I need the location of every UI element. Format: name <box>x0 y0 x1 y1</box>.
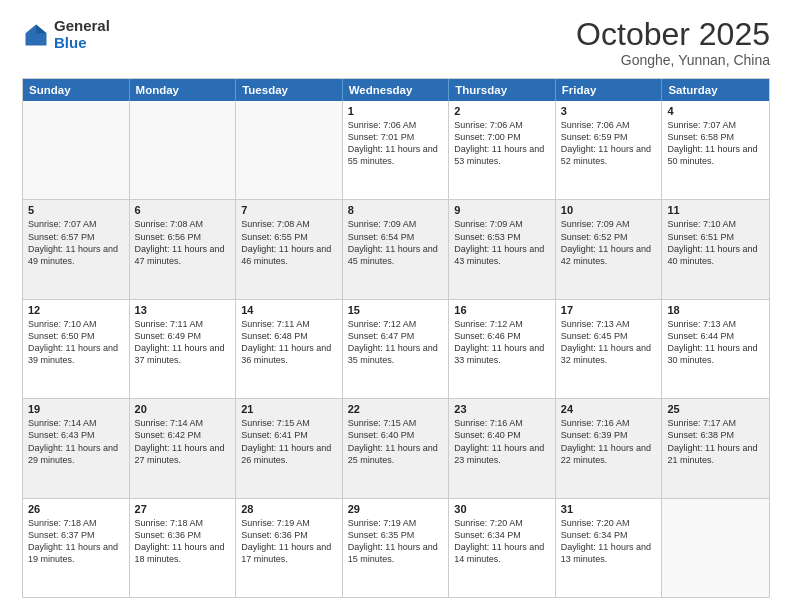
day-cell-24: 24Sunrise: 7:16 AM Sunset: 6:39 PM Dayli… <box>556 399 663 497</box>
day-number: 19 <box>28 403 124 415</box>
logo-text: General Blue <box>54 18 110 51</box>
day-number: 21 <box>241 403 337 415</box>
header: General Blue October 2025 Gonghe, Yunnan… <box>22 18 770 68</box>
day-info: Sunrise: 7:07 AM Sunset: 6:58 PM Dayligh… <box>667 119 764 168</box>
day-number: 13 <box>135 304 231 316</box>
day-info: Sunrise: 7:06 AM Sunset: 6:59 PM Dayligh… <box>561 119 657 168</box>
header-day-friday: Friday <box>556 79 663 101</box>
day-number: 24 <box>561 403 657 415</box>
day-number: 17 <box>561 304 657 316</box>
svg-marker-1 <box>36 24 47 33</box>
calendar-row-4: 26Sunrise: 7:18 AM Sunset: 6:37 PM Dayli… <box>23 498 769 597</box>
day-cell-26: 26Sunrise: 7:18 AM Sunset: 6:37 PM Dayli… <box>23 499 130 597</box>
day-info: Sunrise: 7:11 AM Sunset: 6:49 PM Dayligh… <box>135 318 231 367</box>
day-cell-1: 1Sunrise: 7:06 AM Sunset: 7:01 PM Daylig… <box>343 101 450 199</box>
day-number: 14 <box>241 304 337 316</box>
day-cell-27: 27Sunrise: 7:18 AM Sunset: 6:36 PM Dayli… <box>130 499 237 597</box>
day-cell-21: 21Sunrise: 7:15 AM Sunset: 6:41 PM Dayli… <box>236 399 343 497</box>
day-number: 8 <box>348 204 444 216</box>
calendar-body: 1Sunrise: 7:06 AM Sunset: 7:01 PM Daylig… <box>23 101 769 597</box>
day-number: 28 <box>241 503 337 515</box>
location: Gonghe, Yunnan, China <box>576 52 770 68</box>
day-cell-7: 7Sunrise: 7:08 AM Sunset: 6:55 PM Daylig… <box>236 200 343 298</box>
day-info: Sunrise: 7:18 AM Sunset: 6:36 PM Dayligh… <box>135 517 231 566</box>
day-number: 15 <box>348 304 444 316</box>
day-info: Sunrise: 7:16 AM Sunset: 6:40 PM Dayligh… <box>454 417 550 466</box>
day-cell-29: 29Sunrise: 7:19 AM Sunset: 6:35 PM Dayli… <box>343 499 450 597</box>
day-info: Sunrise: 7:08 AM Sunset: 6:55 PM Dayligh… <box>241 218 337 267</box>
day-cell-9: 9Sunrise: 7:09 AM Sunset: 6:53 PM Daylig… <box>449 200 556 298</box>
day-number: 20 <box>135 403 231 415</box>
day-number: 3 <box>561 105 657 117</box>
day-cell-23: 23Sunrise: 7:16 AM Sunset: 6:40 PM Dayli… <box>449 399 556 497</box>
day-info: Sunrise: 7:08 AM Sunset: 6:56 PM Dayligh… <box>135 218 231 267</box>
day-cell-31: 31Sunrise: 7:20 AM Sunset: 6:34 PM Dayli… <box>556 499 663 597</box>
logo: General Blue <box>22 18 110 51</box>
day-number: 10 <box>561 204 657 216</box>
calendar-header: SundayMondayTuesdayWednesdayThursdayFrid… <box>23 79 769 101</box>
day-number: 23 <box>454 403 550 415</box>
day-cell-17: 17Sunrise: 7:13 AM Sunset: 6:45 PM Dayli… <box>556 300 663 398</box>
day-number: 30 <box>454 503 550 515</box>
day-number: 26 <box>28 503 124 515</box>
day-cell-28: 28Sunrise: 7:19 AM Sunset: 6:36 PM Dayli… <box>236 499 343 597</box>
header-day-tuesday: Tuesday <box>236 79 343 101</box>
day-info: Sunrise: 7:11 AM Sunset: 6:48 PM Dayligh… <box>241 318 337 367</box>
day-cell-2: 2Sunrise: 7:06 AM Sunset: 7:00 PM Daylig… <box>449 101 556 199</box>
day-cell-5: 5Sunrise: 7:07 AM Sunset: 6:57 PM Daylig… <box>23 200 130 298</box>
day-cell-22: 22Sunrise: 7:15 AM Sunset: 6:40 PM Dayli… <box>343 399 450 497</box>
header-day-saturday: Saturday <box>662 79 769 101</box>
day-number: 12 <box>28 304 124 316</box>
day-number: 4 <box>667 105 764 117</box>
day-info: Sunrise: 7:19 AM Sunset: 6:35 PM Dayligh… <box>348 517 444 566</box>
header-right: October 2025 Gonghe, Yunnan, China <box>576 18 770 68</box>
calendar-row-1: 5Sunrise: 7:07 AM Sunset: 6:57 PM Daylig… <box>23 199 769 298</box>
day-info: Sunrise: 7:12 AM Sunset: 6:46 PM Dayligh… <box>454 318 550 367</box>
month-title: October 2025 <box>576 18 770 50</box>
day-number: 7 <box>241 204 337 216</box>
day-info: Sunrise: 7:17 AM Sunset: 6:38 PM Dayligh… <box>667 417 764 466</box>
day-number: 27 <box>135 503 231 515</box>
day-info: Sunrise: 7:15 AM Sunset: 6:41 PM Dayligh… <box>241 417 337 466</box>
day-cell-18: 18Sunrise: 7:13 AM Sunset: 6:44 PM Dayli… <box>662 300 769 398</box>
logo-blue-text: Blue <box>54 35 110 52</box>
calendar: SundayMondayTuesdayWednesdayThursdayFrid… <box>22 78 770 598</box>
header-day-thursday: Thursday <box>449 79 556 101</box>
header-day-monday: Monday <box>130 79 237 101</box>
day-cell-3: 3Sunrise: 7:06 AM Sunset: 6:59 PM Daylig… <box>556 101 663 199</box>
day-number: 6 <box>135 204 231 216</box>
empty-cell-0-0 <box>23 101 130 199</box>
day-number: 11 <box>667 204 764 216</box>
day-info: Sunrise: 7:20 AM Sunset: 6:34 PM Dayligh… <box>454 517 550 566</box>
day-number: 9 <box>454 204 550 216</box>
day-info: Sunrise: 7:19 AM Sunset: 6:36 PM Dayligh… <box>241 517 337 566</box>
day-info: Sunrise: 7:20 AM Sunset: 6:34 PM Dayligh… <box>561 517 657 566</box>
day-cell-6: 6Sunrise: 7:08 AM Sunset: 6:56 PM Daylig… <box>130 200 237 298</box>
day-cell-13: 13Sunrise: 7:11 AM Sunset: 6:49 PM Dayli… <box>130 300 237 398</box>
day-cell-11: 11Sunrise: 7:10 AM Sunset: 6:51 PM Dayli… <box>662 200 769 298</box>
header-day-wednesday: Wednesday <box>343 79 450 101</box>
day-number: 29 <box>348 503 444 515</box>
empty-cell-0-1 <box>130 101 237 199</box>
day-info: Sunrise: 7:15 AM Sunset: 6:40 PM Dayligh… <box>348 417 444 466</box>
page: General Blue October 2025 Gonghe, Yunnan… <box>0 0 792 612</box>
day-number: 22 <box>348 403 444 415</box>
day-info: Sunrise: 7:06 AM Sunset: 7:01 PM Dayligh… <box>348 119 444 168</box>
day-number: 25 <box>667 403 764 415</box>
calendar-row-2: 12Sunrise: 7:10 AM Sunset: 6:50 PM Dayli… <box>23 299 769 398</box>
day-info: Sunrise: 7:18 AM Sunset: 6:37 PM Dayligh… <box>28 517 124 566</box>
day-cell-10: 10Sunrise: 7:09 AM Sunset: 6:52 PM Dayli… <box>556 200 663 298</box>
day-cell-14: 14Sunrise: 7:11 AM Sunset: 6:48 PM Dayli… <box>236 300 343 398</box>
day-number: 1 <box>348 105 444 117</box>
day-cell-4: 4Sunrise: 7:07 AM Sunset: 6:58 PM Daylig… <box>662 101 769 199</box>
day-cell-25: 25Sunrise: 7:17 AM Sunset: 6:38 PM Dayli… <box>662 399 769 497</box>
day-number: 16 <box>454 304 550 316</box>
day-info: Sunrise: 7:14 AM Sunset: 6:42 PM Dayligh… <box>135 417 231 466</box>
day-number: 31 <box>561 503 657 515</box>
logo-icon <box>22 21 50 49</box>
day-info: Sunrise: 7:09 AM Sunset: 6:52 PM Dayligh… <box>561 218 657 267</box>
day-info: Sunrise: 7:09 AM Sunset: 6:53 PM Dayligh… <box>454 218 550 267</box>
day-cell-30: 30Sunrise: 7:20 AM Sunset: 6:34 PM Dayli… <box>449 499 556 597</box>
day-cell-20: 20Sunrise: 7:14 AM Sunset: 6:42 PM Dayli… <box>130 399 237 497</box>
day-info: Sunrise: 7:10 AM Sunset: 6:51 PM Dayligh… <box>667 218 764 267</box>
